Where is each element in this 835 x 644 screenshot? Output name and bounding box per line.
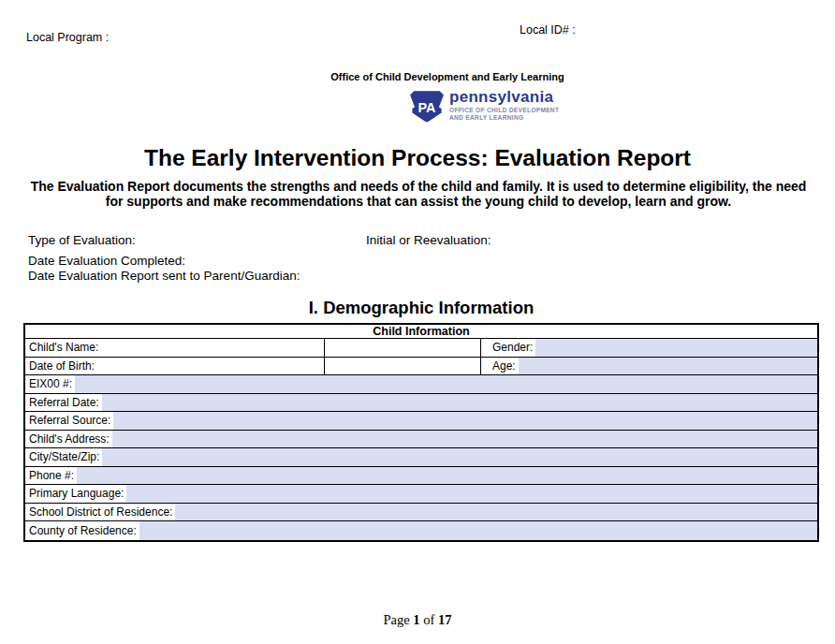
date-of-birth-label: Date of Birth: [25, 358, 325, 375]
age-field[interactable] [519, 358, 817, 375]
local-program-row: Local Program : [26, 31, 225, 44]
school-district-field[interactable] [175, 504, 817, 521]
table-row-phone: Phone #: [25, 467, 817, 486]
date-report-sent-label: Date Evaluation Report sent to Parent/Gu… [28, 269, 300, 283]
logo-text-block: pennsylvania OFFICE OF CHILD DEVELOPMENT… [449, 90, 559, 121]
referral-date-label: Referral Date: [25, 394, 99, 412]
type-of-evaluation-row: Type of Evaluation: [28, 233, 252, 247]
childs-address-field[interactable] [112, 431, 817, 448]
table-header-child-information: Child Information [25, 325, 817, 339]
table-row-primary-language: Primary Language: [25, 485, 817, 504]
initial-or-reevaluation-row: Initial or Reevaluation: [366, 233, 607, 247]
footer-total-pages: 17 [438, 612, 452, 627]
eix00-label: EIX00 #: [25, 375, 72, 393]
logo-tagline-line2: AND EARLY LEARNING [449, 114, 559, 122]
table-row-referral-date: Referral Date: [25, 394, 817, 413]
table-row-childs-address: Child's Address: [25, 431, 817, 449]
keystone-icon: PA [409, 90, 445, 124]
footer-page-number: 1 [413, 612, 419, 627]
county-of-residence-label: County of Residence: [25, 521, 137, 540]
office-heading: Office of Child Development and Early Le… [60, 71, 835, 82]
keystone-pa-text: PA [418, 100, 437, 115]
initial-or-reevaluation-value[interactable] [494, 236, 607, 247]
date-evaluation-completed-value[interactable] [189, 256, 301, 268]
pennsylvania-logo: PA pennsylvania OFFICE OF CHILD DEVELOPM… [409, 90, 559, 124]
logo-brand-name: pennsylvania [449, 90, 559, 105]
table-row-county-of-residence: County of Residence: [25, 521, 817, 540]
local-id-label: Local ID# : [520, 23, 576, 37]
date-evaluation-completed-label: Date Evaluation Completed: [28, 254, 185, 268]
table-row-date-of-birth: Date of Birth: Age: [25, 358, 817, 376]
childs-name-value-cell[interactable] [325, 339, 481, 357]
gender-label: Gender: [481, 339, 533, 357]
logo-tagline: OFFICE OF CHILD DEVELOPMENT AND EARLY LE… [449, 107, 559, 121]
referral-source-label: Referral Source: [25, 412, 110, 430]
local-id-value[interactable] [579, 25, 691, 37]
section-heading-demographic: I. Demographic Information [0, 298, 835, 318]
school-district-label: School District of Residence: [25, 504, 172, 521]
date-report-sent-row: Date Evaluation Report sent to Parent/Gu… [28, 269, 416, 283]
type-of-evaluation-label: Type of Evaluation: [28, 233, 136, 247]
page-subtitle: The Evaluation Report documents the stre… [22, 179, 814, 209]
county-of-residence-field[interactable] [139, 521, 817, 540]
type-of-evaluation-value[interactable] [139, 236, 252, 247]
primary-language-label: Primary Language: [25, 485, 124, 503]
footer-of-word: of [423, 612, 434, 627]
local-program-label: Local Program : [26, 31, 109, 44]
referral-source-field[interactable] [113, 412, 817, 430]
childs-address-label: Child's Address: [25, 431, 110, 448]
gender-cell: Gender: [481, 339, 817, 357]
page-title: The Early Intervention Process: Evaluati… [0, 145, 835, 171]
footer-page-word: Page [384, 612, 410, 627]
referral-date-field[interactable] [102, 394, 817, 412]
initial-or-reevaluation-label: Initial or Reevaluation: [366, 233, 491, 247]
table-row-school-district: School District of Residence: [25, 504, 817, 522]
document-page: Local Program : Local ID# : Office of Ch… [0, 0, 835, 644]
age-cell: Age: [481, 358, 817, 375]
date-report-sent-value[interactable] [303, 271, 416, 283]
page-footer: Page 1 of 17 [0, 612, 835, 628]
city-state-zip-field[interactable] [102, 448, 817, 466]
childs-name-label: Child's Name: [25, 339, 325, 357]
child-information-table: Child Information Child's Name: Gender: … [23, 323, 819, 542]
date-of-birth-value-cell[interactable] [325, 358, 481, 375]
table-row-referral-source: Referral Source: [25, 412, 817, 431]
primary-language-field[interactable] [126, 485, 817, 503]
date-evaluation-completed-row: Date Evaluation Completed: [28, 254, 301, 268]
table-row-city-state-zip: City/State/Zip: [25, 448, 817, 467]
logo-tagline-line1: OFFICE OF CHILD DEVELOPMENT [449, 107, 559, 114]
eix00-field[interactable] [75, 375, 817, 393]
local-id-row: Local ID# : [520, 23, 691, 37]
local-program-value[interactable] [112, 33, 225, 44]
table-row-eix00: EIX00 #: [25, 375, 817, 394]
phone-field[interactable] [77, 467, 817, 485]
phone-label: Phone #: [25, 467, 74, 485]
gender-field[interactable] [535, 339, 817, 357]
city-state-zip-label: City/State/Zip: [25, 448, 99, 466]
age-label: Age: [481, 358, 516, 375]
table-row-childs-name: Child's Name: Gender: [25, 339, 817, 358]
